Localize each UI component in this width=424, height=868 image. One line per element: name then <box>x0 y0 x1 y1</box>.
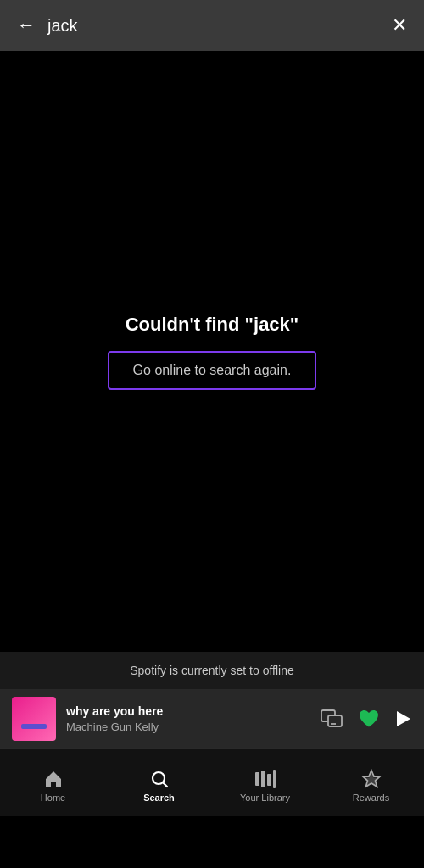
play-icon[interactable] <box>395 709 412 728</box>
nav-item-search[interactable]: Search <box>106 764 212 803</box>
nav-label-rewards: Rewards <box>353 793 389 803</box>
track-artist: Machine Gun Kelly <box>66 721 310 733</box>
album-art <box>12 697 56 741</box>
offline-text: Spotify is currently set to offline <box>130 664 294 677</box>
rewards-icon <box>361 769 382 789</box>
search-icon <box>149 769 170 789</box>
like-icon[interactable] <box>358 709 380 729</box>
svg-rect-7 <box>267 774 271 786</box>
device-icon[interactable] <box>321 709 343 728</box>
top-bar-left: ← jack <box>17 14 78 36</box>
main-content: Couldn't find "jack" Go online to search… <box>0 51 424 652</box>
bottom-nav: Home Search Your Library <box>0 748 424 816</box>
nav-label-home: Home <box>41 793 65 803</box>
album-art-decoration <box>21 724 47 729</box>
nav-item-rewards[interactable]: Rewards <box>318 764 424 803</box>
back-button[interactable]: ← <box>17 14 36 36</box>
search-query-label: jack <box>47 16 78 36</box>
svg-line-4 <box>163 782 167 787</box>
home-icon <box>43 769 64 789</box>
now-playing-controls <box>321 709 412 729</box>
library-icon <box>254 769 276 789</box>
close-button[interactable]: ✕ <box>392 14 407 36</box>
svg-rect-8 <box>273 770 276 788</box>
nav-item-library[interactable]: Your Library <box>212 764 318 803</box>
svg-rect-1 <box>328 715 342 726</box>
svg-rect-6 <box>261 771 265 787</box>
nav-label-library: Your Library <box>240 793 290 803</box>
nav-label-search: Search <box>143 793 175 803</box>
not-found-title: Couldn't find "jack" <box>126 314 299 336</box>
track-info: why are you here Machine Gun Kelly <box>66 704 310 733</box>
offline-banner: Spotify is currently set to offline <box>0 652 424 689</box>
now-playing-bar: why are you here Machine Gun Kelly <box>0 689 424 748</box>
top-bar: ← jack ✕ <box>0 0 424 51</box>
nav-item-home[interactable]: Home <box>0 764 106 803</box>
go-online-button[interactable]: Go online to search again. <box>108 351 317 390</box>
track-name: why are you here <box>66 704 310 718</box>
svg-rect-5 <box>255 772 259 786</box>
